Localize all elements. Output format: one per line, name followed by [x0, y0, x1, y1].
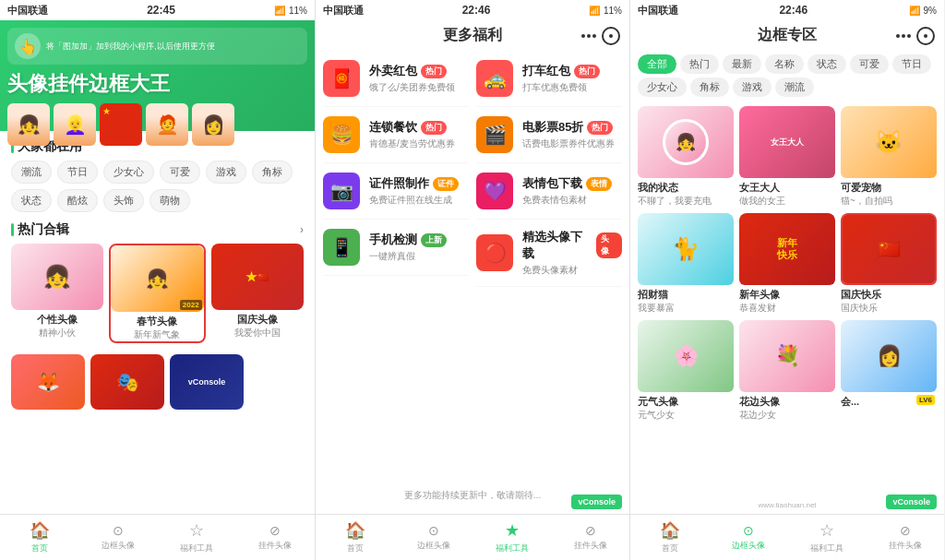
filter-tab-0[interactable]: 全部 [638, 54, 676, 74]
nav-welfare-1[interactable]: ☆ 福利工具 [158, 515, 236, 560]
nav-border-3[interactable]: ⊙ 边框头像 [709, 515, 787, 560]
welfare-name-3: 打车红包 [522, 63, 570, 79]
tag-3[interactable]: 可爱 [160, 161, 200, 184]
grid-sublabel-4: 恭喜发财 [739, 302, 835, 315]
nav-home-1[interactable]: 🏠 首页 [0, 515, 78, 560]
pendant-icon-1: ⊘ [269, 523, 281, 538]
welfare-badge-0: 热门 [421, 65, 447, 78]
filter-tab-10[interactable]: 潮流 [775, 77, 814, 97]
filter-tab-5[interactable]: 可爱 [850, 54, 889, 74]
grid-img-2: 🐱 [841, 106, 937, 178]
nav-bar-2: 更多福利 [316, 20, 629, 51]
target-icon-3[interactable] [916, 27, 935, 45]
tag-2[interactable]: 少女心 [103, 161, 154, 184]
thumb-1[interactable]: 🎭 [90, 354, 164, 410]
welfare-item-5[interactable]: 💜 表情包下载 表情 免费表情包素材 [476, 163, 622, 220]
hot-item-0[interactable]: 👧 个性头像 精神小伙 [11, 244, 103, 343]
nav-pendant-3[interactable]: ⊘ 挂件头像 [866, 515, 944, 560]
nav-pendant-1[interactable]: ⊘ 挂件头像 [236, 515, 315, 560]
tag-4[interactable]: 游戏 [206, 161, 246, 184]
banner-text: 将「图加加」加到我的小程序,以后使用更方便 [46, 41, 300, 53]
nav-welfare-3[interactable]: ☆ 福利工具 [787, 515, 866, 560]
welfare-item-0[interactable]: 🧧 外卖红包 热门 饿了么/美团券免费领 [323, 51, 469, 107]
grid-img-6: 🌸 [638, 320, 734, 392]
grid-sublabel-0: 不聊了，我要充电 [638, 195, 734, 208]
grid-item-5[interactable]: 🇨🇳 国庆快乐 国庆快乐 [841, 213, 937, 315]
welfare-item-6[interactable]: 📱 手机检测 上新 一键辨真假 [323, 220, 469, 276]
nav-home-3[interactable]: 🏠 首页 [630, 515, 709, 560]
hot-item-img-1: 👧 2022 [111, 245, 203, 312]
welfare-info-4: 电影票85折 热门 话费电影票券件优惠券 [522, 119, 622, 150]
header-banner[interactable]: 👆 将「图加加」加到我的小程序,以后使用更方便 [7, 28, 307, 65]
thumb-2[interactable]: vConsole [170, 354, 244, 410]
nav-label-border-3: 边框头像 [732, 540, 765, 552]
grid-item-8[interactable]: 👩 LV6 会... [841, 320, 937, 422]
welfare-item-1[interactable]: 🍔 连锁餐饮 热门 肯德基/麦当劳优惠券 [323, 107, 469, 163]
tag-5[interactable]: 角标 [252, 161, 293, 184]
grid-item-7[interactable]: 💐 花边头像 花边少女 [739, 320, 835, 422]
welfare-item-3[interactable]: 🚕 打车红包 热门 打车优惠免费领 [476, 51, 622, 107]
grid-item-3[interactable]: 🐈 招财猫 我要暴富 [638, 213, 734, 315]
target-icon-2[interactable] [602, 27, 620, 45]
battery-text-1: 📶 [274, 6, 285, 16]
chevron-icon[interactable]: › [300, 223, 304, 236]
filter-tab-3[interactable]: 名称 [765, 54, 804, 74]
welfare-info-7: 精选头像下载 头像 免费头像素材 [522, 229, 622, 277]
tag-7[interactable]: 酷炫 [57, 189, 98, 212]
hot-item-sublabel-2: 我爱你中国 [211, 327, 304, 340]
panel-border: 中国联通 22:46 📶 9% 边框专区 全部 热门 最新 名称 状态 可爱 节… [629, 0, 944, 560]
tag-0[interactable]: 潮流 [11, 161, 52, 184]
tag-8[interactable]: 头饰 [103, 189, 144, 212]
border-content: 全部 热门 最新 名称 状态 可爱 节日 少女心 角标 游戏 潮流 👧 我的状态 [630, 51, 944, 513]
grid-item-2[interactable]: 🐱 可爱宠物 猫~，自拍吗 [841, 106, 937, 208]
grid-label-7: 花边头像 [739, 395, 835, 409]
welfare-item-7[interactable]: 🔴 精选头像下载 头像 免费头像素材 [476, 220, 622, 287]
welfare-content: 🧧 外卖红包 热门 饿了么/美团券免费领 🍔 连锁餐饮 热门 肯德基/麦当 [316, 51, 629, 513]
welfare-item-4[interactable]: 🎬 电影票85折 热门 话费电影票券件优惠券 [476, 107, 622, 163]
grid-item-1[interactable]: 女王大人 女王大人 做我的女王 [739, 106, 835, 208]
welfare-name-7: 精选头像下载 [522, 229, 592, 262]
nav-welfare-2[interactable]: ★ 福利工具 [472, 515, 551, 560]
hot-item-1[interactable]: 👧 2022 春节头像 新年新气象 [109, 244, 205, 343]
welfare-desc-4: 话费电影票券件优惠券 [522, 137, 622, 150]
status-icons-1: 📶 11% [274, 6, 307, 16]
grid-label-0: 我的状态 [638, 181, 734, 195]
vconsole-3[interactable]: vConsole [886, 494, 937, 509]
grid-sublabel-5: 国庆快乐 [841, 302, 937, 315]
nav-pendant-2[interactable]: ⊘ 挂件头像 [551, 515, 629, 560]
thumb-0[interactable]: 🦊 [11, 354, 85, 410]
battery-1: 11% [289, 6, 307, 16]
hot-item-img-0: 👧 [11, 244, 103, 310]
panel-home: 中国联通 22:45 📶 11% 👆 将「图加加」加到我的小程序,以后使用更方便… [0, 0, 315, 560]
nav-border-2[interactable]: ⊙ 边框头像 [394, 515, 472, 560]
grid-label-3: 招财猫 [638, 288, 734, 302]
border-icon-2: ⊙ [428, 523, 439, 538]
grid-sublabel-2: 猫~，自拍吗 [841, 195, 937, 208]
filter-tab-9[interactable]: 游戏 [733, 77, 772, 97]
header-img-1: 👧 [7, 103, 50, 146]
hot-item-2[interactable]: ★ 🇨🇳 国庆头像 我爱你中国 [211, 244, 304, 343]
tag-9[interactable]: 萌物 [150, 189, 190, 212]
welfare-item-2[interactable]: 📷 证件照制作 证件 免费证件照在线生成 [323, 163, 469, 220]
wifi-icon-2: 📶 [589, 6, 600, 16]
nav-border-1[interactable]: ⊙ 边框头像 [78, 515, 157, 560]
vconsole-2[interactable]: vConsole [571, 494, 622, 509]
grid-label-1: 女王大人 [739, 181, 835, 195]
grid-item-4[interactable]: 新年快乐 新年头像 恭喜发财 [739, 213, 835, 315]
filter-tab-4[interactable]: 状态 [807, 54, 846, 74]
filter-tab-1[interactable]: 热门 [680, 54, 719, 74]
filter-tab-6[interactable]: 节日 [892, 54, 931, 74]
welfare-badge-3: 热门 [574, 65, 600, 78]
filter-tab-8[interactable]: 角标 [690, 77, 729, 97]
grid-item-6[interactable]: 🌸 元气头像 元气少女 [638, 320, 734, 422]
tag-1[interactable]: 节日 [57, 161, 98, 184]
nav-home-2[interactable]: 🏠 首页 [316, 515, 394, 560]
tag-6[interactable]: 状态 [11, 189, 52, 212]
grid-item-0[interactable]: 👧 我的状态 不聊了，我要充电 [638, 106, 734, 208]
filter-tab-2[interactable]: 最新 [723, 54, 761, 74]
welfare-desc-0: 饿了么/美团券免费领 [369, 81, 469, 94]
home-icon-3: 🏠 [660, 520, 680, 541]
hot-title: 热门合辑 › [11, 221, 304, 238]
filter-tab-7[interactable]: 少女心 [638, 77, 687, 97]
bottom-nav-1: 🏠 首页 ⊙ 边框头像 ☆ 福利工具 ⊘ 挂件头像 [0, 514, 315, 560]
